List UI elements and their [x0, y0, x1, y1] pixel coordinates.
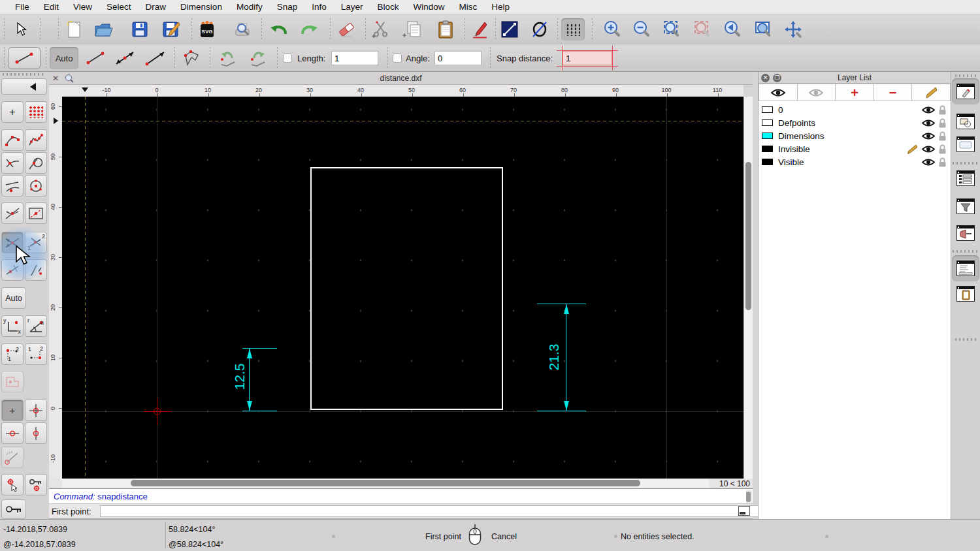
menu-edit[interactable]: Edit — [37, 0, 66, 14]
horizontal-scrollbar[interactable] — [62, 479, 709, 488]
layer-color-swatch[interactable] — [762, 159, 773, 165]
polyline-close-button[interactable] — [178, 47, 206, 69]
undo-button[interactable] — [267, 18, 291, 40]
draw-pen-button[interactable] — [468, 18, 491, 40]
snap-tangent-button[interactable] — [25, 152, 47, 174]
restrict-horizontal-button[interactable] — [1, 422, 24, 444]
show-all-layers-button[interactable] — [759, 84, 798, 101]
layer-visible-icon[interactable] — [922, 132, 935, 140]
redo-button[interactable] — [297, 18, 321, 40]
menu-info[interactable]: Info — [304, 0, 334, 14]
dock-layer-list-button[interactable] — [955, 168, 977, 189]
layer-lock-icon[interactable] — [938, 157, 947, 167]
snap-free-button[interactable]: + — [1, 101, 24, 123]
snap-middle-button[interactable] — [1, 202, 24, 224]
coordinate-auto-button[interactable]: Auto — [1, 287, 26, 309]
relative-zero-key-button[interactable] — [1, 499, 26, 519]
command-history[interactable]: Command: snapdistance — [49, 488, 753, 504]
restrict-orthogonal-both-button[interactable] — [25, 400, 47, 421]
menu-layer[interactable]: Layer — [334, 0, 370, 14]
grid-toggle-button[interactable] — [561, 18, 585, 40]
remove-layer-button[interactable]: − — [874, 84, 913, 101]
open-file-button[interactable] — [92, 18, 116, 40]
lock-relative-zero-button[interactable] — [25, 474, 47, 496]
length-checkbox[interactable] — [283, 54, 292, 63]
layer-row-defpoints[interactable]: Defpoints — [759, 116, 951, 129]
angle-checkbox[interactable] — [393, 54, 402, 63]
current-tool-line-button[interactable] — [8, 47, 41, 69]
menu-view[interactable]: View — [66, 0, 99, 14]
snap-on-entity-button[interactable] — [25, 129, 47, 151]
keyboard-toggle-button[interactable] — [738, 506, 750, 516]
cut-button[interactable] — [369, 18, 393, 40]
redo-segment-button[interactable] — [244, 47, 272, 69]
layer-color-swatch[interactable] — [762, 133, 773, 139]
angle-input[interactable] — [434, 51, 482, 65]
dock-command-line-button[interactable] — [952, 255, 979, 281]
menu-file[interactable]: File — [8, 0, 37, 14]
snap-grid-button[interactable] — [25, 101, 47, 123]
snap-center-button[interactable] — [25, 175, 47, 197]
cartesian-coordinates-button[interactable]: y x — [1, 315, 24, 337]
snap-nearest-button[interactable] — [1, 175, 24, 197]
copy-button[interactable] — [400, 18, 423, 40]
new-file-button[interactable] — [62, 18, 86, 40]
snap-endpoints-button[interactable] — [1, 129, 24, 151]
restrict-nothing-button[interactable]: + — [1, 400, 24, 421]
layer-row-dimensions[interactable]: Dimensions — [759, 129, 951, 142]
ellipse-tool-button[interactable] — [528, 18, 551, 40]
document-titlebar[interactable]: ✕ distance.dxf — [49, 72, 753, 85]
layer-list-titlebar[interactable]: ✕ ❐ Layer List — [759, 72, 951, 84]
horizontal-scrollbar-thumb[interactable] — [131, 480, 640, 486]
edit-layer-button[interactable] — [912, 84, 951, 101]
menu-modify[interactable]: Modify — [229, 0, 270, 14]
line-auto-mode-button[interactable]: Auto — [50, 47, 78, 69]
save-button[interactable] — [128, 18, 152, 40]
layer-color-swatch[interactable] — [762, 106, 773, 113]
print-preview-button[interactable] — [231, 18, 254, 40]
select-cursor-button[interactable] — [9, 18, 33, 40]
snap-back-button[interactable] — [1, 78, 47, 95]
rectangle-entity[interactable] — [310, 167, 503, 410]
snap-distance-input[interactable] — [563, 51, 612, 65]
delete-button[interactable] — [335, 18, 358, 40]
zoom-in-button[interactable] — [600, 18, 624, 40]
relative-cartesian-button[interactable]: 1 2 — [1, 343, 24, 365]
dock-selection-filter-button[interactable] — [955, 196, 977, 217]
layer-visible-icon[interactable] — [922, 158, 935, 166]
save-as-button[interactable] — [159, 18, 183, 40]
menu-dimension[interactable]: Dimension — [173, 0, 229, 14]
command-input[interactable] — [100, 505, 783, 517]
dock-pen-palette-button[interactable] — [955, 223, 977, 244]
menu-misc[interactable]: Misc — [452, 0, 485, 14]
layer-visible-icon[interactable] — [922, 145, 935, 153]
zoom-out-button[interactable] — [630, 18, 653, 40]
layer-color-swatch[interactable] — [762, 119, 773, 126]
layer-visible-icon[interactable] — [922, 106, 935, 114]
layer-lock-icon[interactable] — [938, 105, 947, 115]
polar-coordinates-button[interactable]: r a — [25, 315, 47, 337]
layer-lock-icon[interactable] — [938, 144, 947, 154]
zoom-previous-button[interactable] — [721, 18, 744, 40]
layer-row-visible[interactable]: Visible — [759, 155, 951, 168]
line-scale-button[interactable] — [498, 18, 521, 40]
zoom-window-button[interactable] — [751, 18, 775, 40]
dock-block-list-button[interactable] — [955, 111, 977, 132]
dock-property-editor-button[interactable] — [955, 134, 977, 155]
menu-draw[interactable]: Draw — [139, 0, 174, 14]
hide-all-layers-button[interactable] — [798, 84, 836, 101]
line-both-directions-button[interactable] — [111, 47, 139, 69]
snap-perpendicular-button[interactable] — [1, 152, 24, 174]
layer-lock-icon[interactable] — [938, 118, 947, 128]
menu-window[interactable]: Window — [406, 0, 452, 14]
undo-segment-button[interactable] — [214, 47, 242, 69]
layer-visible-icon[interactable] — [922, 119, 935, 127]
dock-clipboard-button[interactable] — [955, 283, 977, 304]
menu-select[interactable]: Select — [99, 0, 139, 14]
vertical-scrollbar-thumb[interactable] — [745, 162, 751, 310]
restrict-vertical-button[interactable] — [25, 422, 47, 444]
command-scrollbar[interactable] — [746, 490, 752, 503]
menu-block[interactable]: Block — [370, 0, 406, 14]
layer-lock-icon[interactable] — [938, 131, 947, 141]
snap-reference-button[interactable] — [25, 202, 47, 224]
